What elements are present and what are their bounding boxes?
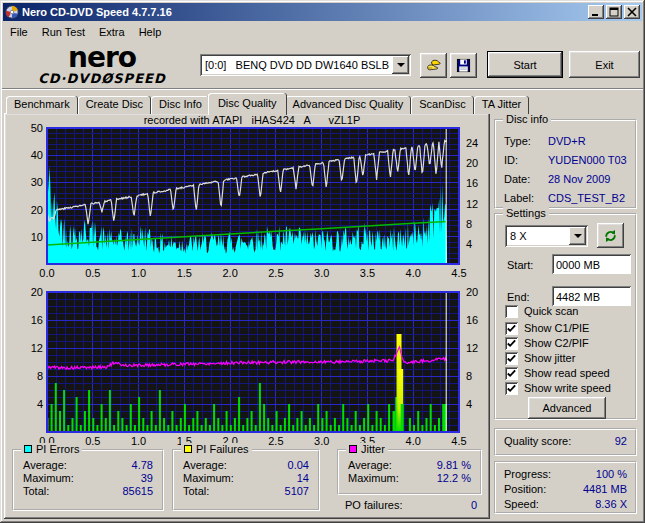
svg-text:12: 12 xyxy=(31,342,43,354)
checkbox-box[interactable] xyxy=(505,337,518,350)
stat-label: Total: xyxy=(183,485,209,497)
svg-text:3.5: 3.5 xyxy=(360,267,375,279)
svg-text:16: 16 xyxy=(31,314,43,326)
svg-text:3.0: 3.0 xyxy=(314,435,329,447)
pi-errors-chart: 102030405048121620240.00.51.01.52.02.53.… xyxy=(5,120,486,282)
legend-swatch-jitter xyxy=(349,445,357,453)
progress-label: Position: xyxy=(504,483,546,495)
svg-text:4.0: 4.0 xyxy=(406,267,421,279)
checkbox-show-write-speed[interactable]: Show write speed xyxy=(505,381,611,395)
tab-ta-jitter[interactable]: TA Jitter xyxy=(474,96,530,114)
menu-extra[interactable]: Extra xyxy=(92,24,132,40)
start-button[interactable]: Start xyxy=(487,51,563,78)
checkbox-show-c1-pie[interactable]: Show C1/PIE xyxy=(505,321,589,335)
settings-group: Settings 8 X Start: End: Quick scanShow … xyxy=(494,213,637,420)
stat-label: Average: xyxy=(183,459,227,471)
po-failures-value: 0 xyxy=(471,499,477,511)
checkbox-box[interactable] xyxy=(505,367,518,380)
legend-swatch-pi-failures xyxy=(184,445,192,453)
svg-text:20: 20 xyxy=(31,204,43,216)
toolbar-divider xyxy=(2,88,643,90)
tab-benchmark[interactable]: Benchmark xyxy=(6,96,78,114)
drive-selector-dropdown-button[interactable] xyxy=(392,56,409,74)
settings-title: Settings xyxy=(503,207,549,219)
stat-label: Total: xyxy=(23,485,49,497)
progress-value: 4481 MB xyxy=(583,483,627,495)
stat-label: Average: xyxy=(23,459,67,471)
checkbox-box[interactable] xyxy=(505,382,518,395)
checkbox-box[interactable] xyxy=(505,352,518,365)
checkbox-show-jitter[interactable]: Show jitter xyxy=(505,351,575,365)
checkbox-box[interactable] xyxy=(505,322,518,335)
disc-info-title: Disc info xyxy=(503,113,551,125)
svg-text:4: 4 xyxy=(37,398,43,410)
scan-speed-select[interactable]: 8 X xyxy=(505,225,588,247)
checkbox-show-c2-pif[interactable]: Show C2/PIF xyxy=(505,336,589,350)
maximize-icon xyxy=(609,7,619,17)
disc-info-row: Date:28 Nov 2009 xyxy=(504,173,627,185)
svg-text:0.5: 0.5 xyxy=(85,435,100,447)
scan-speed-dropdown-button[interactable] xyxy=(569,227,586,245)
tab-advanced-disc-quality[interactable]: Advanced Disc Quality xyxy=(285,96,412,114)
tab-disc-quality[interactable]: Disc Quality xyxy=(208,93,287,115)
checkbox-show-read-speed[interactable]: Show read speed xyxy=(505,366,610,380)
svg-text:8: 8 xyxy=(466,370,472,382)
app-icon xyxy=(5,5,19,19)
stat-row: Maximum:39 xyxy=(14,471,162,484)
end-field[interactable] xyxy=(552,286,631,306)
close-icon xyxy=(627,7,637,17)
menu-file[interactable]: File xyxy=(3,24,35,40)
minimize-icon xyxy=(591,7,601,17)
disc-info-group: Disc info Type:DVD+RID:YUDEN000 T03Date:… xyxy=(494,119,637,209)
progress-label: Progress: xyxy=(504,468,551,480)
stat-label: Maximum: xyxy=(23,472,74,484)
disc-info-value: CDS_TEST_B2 xyxy=(548,192,625,204)
svg-text:16: 16 xyxy=(466,314,478,326)
stat-group-pi-failures: PI FailuresAverage:0.04Maximum:14Total:5… xyxy=(172,449,320,511)
stat-value: 9.81 % xyxy=(437,459,471,471)
tab-create-disc[interactable]: Create Disc xyxy=(78,96,151,114)
stat-value: 0.04 xyxy=(288,459,309,471)
stat-label: Maximum: xyxy=(348,472,399,484)
disc-info-label: ID: xyxy=(504,154,548,166)
checkbox-label: Show read speed xyxy=(524,367,610,379)
svg-text:0.0: 0.0 xyxy=(39,267,54,279)
stat-label: Maximum: xyxy=(183,472,234,484)
drive-selector[interactable]: [0:0] BENQ DVD DD DW1640 BSLB xyxy=(200,54,411,76)
svg-text:10: 10 xyxy=(31,231,43,243)
svg-text:0.5: 0.5 xyxy=(85,267,100,279)
stat-value: 14 xyxy=(297,472,309,484)
disc-info-row: ID:YUDEN000 T03 xyxy=(504,154,627,166)
maximize-button[interactable] xyxy=(606,5,622,19)
disc-info-value: DVD+R xyxy=(548,135,586,147)
stat-title-text: Jitter xyxy=(361,443,385,455)
refresh-button[interactable] xyxy=(597,223,624,248)
menu-bar: FileRun TestExtraHelp xyxy=(3,22,642,42)
close-button[interactable] xyxy=(624,5,640,19)
title-bar[interactable]: Nero CD-DVD Speed 4.7.7.16 xyxy=(3,3,642,21)
checkbox-quick-scan[interactable]: Quick scan xyxy=(505,304,578,318)
start-field[interactable] xyxy=(552,254,631,274)
disc-info-label: Type: xyxy=(504,135,548,147)
save-button[interactable] xyxy=(450,53,477,78)
svg-text:20: 20 xyxy=(31,286,43,298)
speed-settings-button[interactable] xyxy=(420,53,447,78)
progress-label: Speed: xyxy=(504,498,539,510)
exit-button[interactable]: Exit xyxy=(569,51,640,78)
menu-run-test[interactable]: Run Test xyxy=(35,24,92,40)
advanced-button[interactable]: Advanced xyxy=(528,397,606,419)
svg-text:12: 12 xyxy=(466,198,478,210)
po-failures-row: PO failures: 0 xyxy=(345,499,477,511)
menu-help[interactable]: Help xyxy=(132,24,169,40)
progress-row: Speed:8.36 X xyxy=(496,496,635,511)
progress-value: 8.36 X xyxy=(595,498,627,510)
svg-text:40: 40 xyxy=(31,149,43,161)
tab-disc-info[interactable]: Disc Info xyxy=(151,96,210,114)
refresh-icon xyxy=(603,228,618,244)
stat-group-jitter: JitterAverage:9.81 %Maximum:12.2 % xyxy=(337,449,482,495)
minimize-button[interactable] xyxy=(588,5,604,19)
checkbox-box[interactable] xyxy=(505,305,518,318)
tab-scandisc[interactable]: ScanDisc xyxy=(411,96,473,114)
nero-logo: nero CD·DVDØSPEED xyxy=(12,44,192,85)
winged-shoes-icon xyxy=(426,57,441,74)
